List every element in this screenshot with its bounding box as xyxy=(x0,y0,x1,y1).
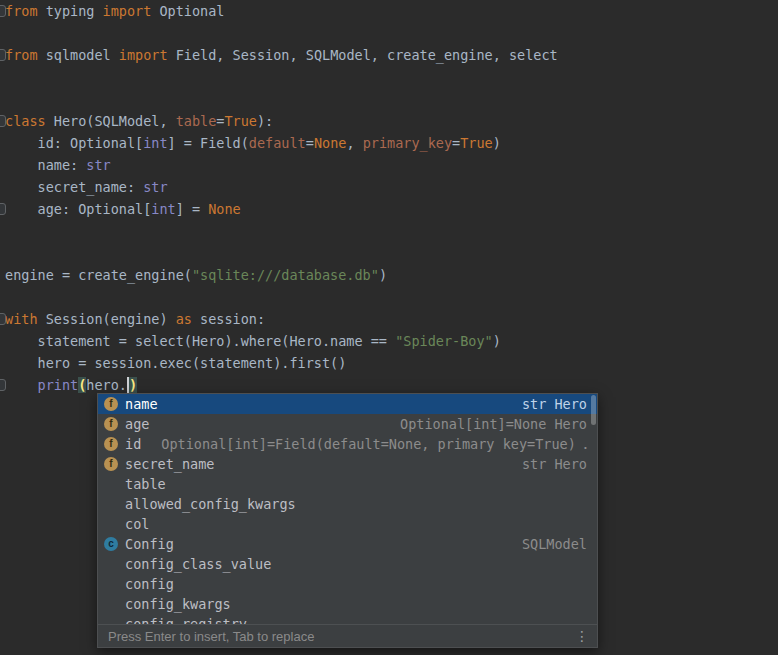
code-line-6[interactable]: id: Optional[int] = Field(default=None, … xyxy=(0,132,778,154)
completion-item-col[interactable]: col xyxy=(98,514,597,534)
completion-item-secret_name[interactable]: fsecret_namestr Hero xyxy=(98,454,597,474)
code-token: primary_key xyxy=(363,135,452,151)
code-token: age: Optional[ xyxy=(5,201,151,217)
code-token: default xyxy=(249,135,306,151)
code-line-9[interactable]: age: Optional[int] = None xyxy=(0,198,778,220)
code-line-11[interactable] xyxy=(0,242,778,264)
code-line-16[interactable]: hero = session.exec(statement).first() xyxy=(0,352,778,374)
code-token: import xyxy=(103,3,152,19)
completion-item-label: age xyxy=(125,416,149,432)
code-area[interactable]: from typing import Optionalfrom sqlmodel… xyxy=(0,0,778,396)
field-icon: f xyxy=(104,417,118,431)
popup-scrollbar-thumb[interactable] xyxy=(591,395,596,425)
code-token: Field, Session, SQLModel, create_engine,… xyxy=(168,47,558,63)
code-token: str xyxy=(86,157,110,173)
code-token: as xyxy=(176,311,192,327)
code-editor: from typing import Optionalfrom sqlmodel… xyxy=(0,0,778,655)
gutter-icon xyxy=(0,313,6,325)
completion-item-label: config_registry xyxy=(125,616,247,624)
completion-item-allowed_config_kwargs[interactable]: allowed_config_kwargs xyxy=(98,494,597,514)
completion-item-label: table xyxy=(125,476,166,492)
completion-popup: fnamestr HerofageOptional[int]=None Hero… xyxy=(97,393,598,648)
code-line-0[interactable]: from typing import Optional xyxy=(0,0,778,22)
code-line-4[interactable] xyxy=(0,88,778,110)
completion-item-config_kwargs[interactable]: config_kwargs xyxy=(98,594,597,614)
code-token: Hero(SQLModel, xyxy=(46,113,176,129)
code-token: with xyxy=(5,311,38,327)
completion-item-signature: Optional[int]=Field(default=None, primar… xyxy=(161,436,587,452)
completion-list: fnamestr HerofageOptional[int]=None Hero… xyxy=(98,394,597,624)
no-icon-spacer xyxy=(104,517,118,531)
completion-item-config[interactable]: config xyxy=(98,574,597,594)
code-token: ] = xyxy=(176,201,209,217)
code-line-3[interactable] xyxy=(0,66,778,88)
completion-item-id[interactable]: fidOptional[int]=Field(default=None, pri… xyxy=(98,434,597,454)
completion-item-config_registry[interactable]: config_registry xyxy=(98,614,597,624)
code-token: Optional xyxy=(151,3,224,19)
completion-item-label: id xyxy=(125,436,141,452)
completion-item-type: str Hero xyxy=(522,396,587,412)
completion-item-type: SQLModel xyxy=(522,536,587,552)
no-icon-spacer xyxy=(104,617,118,624)
completion-item-label: config_kwargs xyxy=(125,596,231,612)
code-line-2[interactable]: from sqlmodel import Field, Session, SQL… xyxy=(0,44,778,66)
completion-item-type: Optional[int]=None Hero xyxy=(400,416,587,432)
code-line-12[interactable]: engine = create_engine("sqlite:///databa… xyxy=(0,264,778,286)
code-token: ] = Field( xyxy=(168,135,249,151)
field-icon: f xyxy=(104,437,118,451)
code-line-14[interactable]: with Session(engine) as session: xyxy=(0,308,778,330)
code-token: = xyxy=(452,135,460,151)
code-token: import xyxy=(119,47,168,63)
code-token: , xyxy=(346,135,362,151)
completion-footer: Press Enter to insert, Tab to replace ⋮ xyxy=(98,624,597,647)
completion-item-name[interactable]: fnamestr Hero xyxy=(98,394,597,414)
code-token: hero. xyxy=(86,377,127,393)
code-line-10[interactable] xyxy=(0,220,778,242)
completion-item-table[interactable]: table xyxy=(98,474,597,494)
code-token: ) xyxy=(379,267,387,283)
code-token: id: Optional[ xyxy=(5,135,143,151)
code-token: None xyxy=(314,135,347,151)
completion-item-label: allowed_config_kwargs xyxy=(125,496,296,512)
gutter-icon xyxy=(0,5,6,17)
code-line-5[interactable]: class Hero(SQLModel, table=True): xyxy=(0,110,778,132)
code-line-1[interactable] xyxy=(0,22,778,44)
completion-item-Config[interactable]: cConfigSQLModel xyxy=(98,534,597,554)
completion-item-label: Config xyxy=(125,536,174,552)
completion-item-label: col xyxy=(125,516,149,532)
field-icon: f xyxy=(104,397,118,411)
code-token: engine = create_engine( xyxy=(5,267,192,283)
code-token: ) xyxy=(493,333,501,349)
code-line-15[interactable]: statement = select(Hero).where(Hero.name… xyxy=(0,330,778,352)
code-token: None xyxy=(208,201,241,217)
completion-item-config_class_value[interactable]: config_class_value xyxy=(98,554,597,574)
completion-item-type: str Hero xyxy=(522,456,587,472)
code-line-13[interactable] xyxy=(0,286,778,308)
completion-item-label: name xyxy=(125,396,158,412)
gutter-icon xyxy=(0,203,6,215)
code-token: print xyxy=(38,377,79,393)
no-icon-spacer xyxy=(104,597,118,611)
code-token: name: xyxy=(5,157,86,173)
code-line-7[interactable]: name: str xyxy=(0,154,778,176)
code-token: Session(engine) xyxy=(38,311,176,327)
completion-footer-hint: Press Enter to insert, Tab to replace xyxy=(108,629,314,644)
field-icon: f xyxy=(104,457,118,471)
code-token: statement = select(Hero).where(Hero.name… xyxy=(5,333,395,349)
code-token: int xyxy=(151,201,175,217)
code-token: class xyxy=(5,113,46,129)
code-token: session: xyxy=(192,311,265,327)
code-token: from xyxy=(5,47,38,63)
code-token: ) xyxy=(493,135,501,151)
code-token: = xyxy=(306,135,314,151)
no-icon-spacer xyxy=(104,477,118,491)
completion-item-label: config xyxy=(125,576,174,592)
code-token: from xyxy=(5,3,38,19)
code-token: int xyxy=(143,135,167,151)
gutter-icon xyxy=(0,379,6,391)
code-line-8[interactable]: secret_name: str xyxy=(0,176,778,198)
code-token: ) xyxy=(129,377,137,393)
completion-item-age[interactable]: fageOptional[int]=None Hero xyxy=(98,414,597,434)
kebab-menu-icon[interactable]: ⋮ xyxy=(575,629,589,643)
code-token: str xyxy=(143,179,167,195)
